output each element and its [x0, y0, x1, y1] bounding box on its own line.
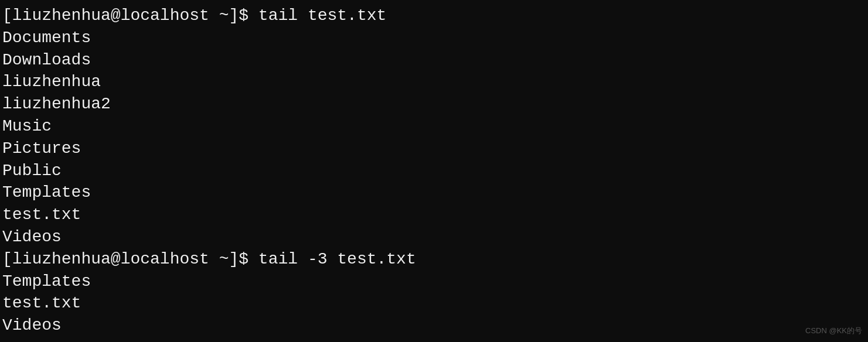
terminal-output: Downloads — [2, 49, 866, 71]
terminal-output: liuzhenhua2 — [2, 93, 866, 115]
terminal-output: test.txt — [2, 204, 866, 226]
watermark-text: CSDN @KK的号 — [805, 326, 862, 336]
terminal-output: Videos — [2, 226, 866, 248]
terminal-container: [liuzhenhua@localhost ~]$ tail test.txtD… — [2, 5, 866, 337]
terminal-output: Documents — [2, 27, 866, 49]
terminal-command: [liuzhenhua@localhost ~]$ tail test.txt — [2, 5, 866, 27]
terminal-output: Templates — [2, 271, 866, 293]
terminal-output: Templates — [2, 182, 866, 204]
terminal-output: Pictures — [2, 138, 866, 160]
terminal-output: Videos — [2, 314, 866, 337]
terminal-output: liuzhenhua — [2, 71, 866, 93]
terminal-output: test.txt — [2, 292, 866, 314]
terminal-command: [liuzhenhua@localhost ~]$ tail -3 test.t… — [2, 248, 866, 271]
terminal-output: Music — [2, 115, 866, 138]
terminal-output: Public — [2, 160, 866, 182]
